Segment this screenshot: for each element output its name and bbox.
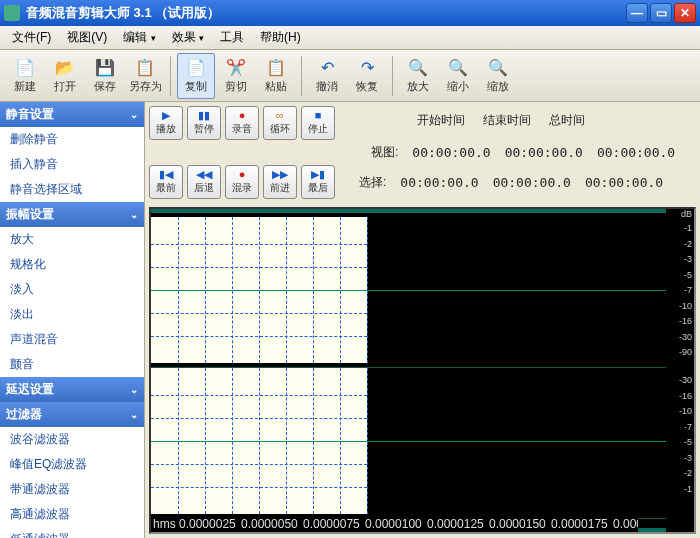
tool-copy[interactable]: 复制 (177, 53, 215, 99)
menu-3[interactable]: 效果 ▾ (164, 26, 212, 49)
time-header-end: 结束时间 (483, 112, 531, 129)
view-total-value: 00:00:00.0 (597, 145, 675, 160)
sidebar-item-1-2[interactable]: 淡入 (0, 277, 144, 302)
time-header-total: 总时间 (549, 112, 585, 129)
tool-zoomfit[interactable]: 缩放 (479, 53, 517, 99)
transport-后退[interactable]: ◀◀后退 (187, 165, 221, 199)
chevron-icon: ⌄ (130, 384, 138, 395)
sidebar-item-0-1[interactable]: 插入静音 (0, 152, 144, 177)
chevron-icon: ⌄ (130, 209, 138, 220)
tool-new[interactable]: 新建 (6, 53, 44, 99)
transport-icon: ▮▮ (198, 110, 210, 121)
transport-前进[interactable]: ▶▶前进 (263, 165, 297, 199)
menu-0[interactable]: 文件(F) (4, 26, 59, 49)
tool-redo[interactable]: 恢复 (348, 53, 386, 99)
sidebar-item-1-0[interactable]: 放大 (0, 227, 144, 252)
tool-paste[interactable]: 粘贴 (257, 53, 295, 99)
transport-循环[interactable]: ∞循环 (263, 106, 297, 140)
transport-最后[interactable]: ▶▮最后 (301, 165, 335, 199)
tool-cut[interactable]: 剪切 (217, 53, 255, 99)
transport-icon: ▶▮ (311, 169, 325, 180)
menu-2[interactable]: 编辑 ▾ (115, 26, 163, 49)
tool-undo[interactable]: 撤消 (308, 53, 346, 99)
transport-混录[interactable]: ●混录 (225, 165, 259, 199)
open-icon (55, 57, 75, 77)
transport-icon: ▶▶ (272, 169, 288, 180)
transport-icon: ■ (315, 110, 322, 121)
tool-zoomin[interactable]: 放大 (399, 53, 437, 99)
timeline-ruler: hms0.00000250.00000500.00000750.00001000… (151, 516, 638, 532)
waveform-area[interactable]: hms0.00000250.00000500.00000750.00001000… (149, 207, 696, 534)
view-start-value: 00:00:00.0 (412, 145, 490, 160)
select-total-value: 00:00:00.0 (585, 175, 663, 190)
minimize-button[interactable]: — (626, 3, 648, 23)
transport-icon: ∞ (276, 110, 284, 121)
content-area: ▶播放▮▮暂停●录音∞循环■停止 开始时间 结束时间 总时间 视图: 00:00… (145, 102, 700, 538)
app-icon (4, 5, 20, 21)
sidebar-item-0-2[interactable]: 静音选择区域 (0, 177, 144, 202)
close-button[interactable]: ✕ (674, 3, 696, 23)
sidebar-item-3-4[interactable]: 低通滤波器 (0, 527, 144, 538)
undo-icon (317, 57, 337, 77)
sidebar-section-3[interactable]: 过滤器⌄ (0, 402, 144, 427)
transport-暂停[interactable]: ▮▮暂停 (187, 106, 221, 140)
copy-icon (186, 57, 206, 77)
saveas-icon (135, 57, 155, 77)
zoomout-icon (448, 57, 468, 77)
chevron-icon: ⌄ (130, 109, 138, 120)
sidebar-item-3-0[interactable]: 波谷滤波器 (0, 427, 144, 452)
transport-icon: ● (239, 110, 246, 121)
transport-icon: ◀◀ (196, 169, 212, 180)
sidebar-item-1-5[interactable]: 颤音 (0, 352, 144, 377)
select-label: 选择: (359, 174, 386, 191)
effects-sidebar[interactable]: 静音设置⌄删除静音插入静音静音选择区域振幅设置⌄放大规格化淡入淡出声道混音颤音延… (0, 102, 145, 538)
view-end-value: 00:00:00.0 (505, 145, 583, 160)
save-icon (95, 57, 115, 77)
select-end-value: 00:00:00.0 (493, 175, 571, 190)
menu-1[interactable]: 视图(V) (59, 26, 115, 49)
view-label: 视图: (371, 144, 398, 161)
zoomin-icon (408, 57, 428, 77)
sidebar-item-3-1[interactable]: 峰值EQ滤波器 (0, 452, 144, 477)
select-start-value: 00:00:00.0 (400, 175, 478, 190)
sidebar-item-1-1[interactable]: 规格化 (0, 252, 144, 277)
window-titlebar: 音频混音剪辑大师 3.1 （试用版） — ▭ ✕ (0, 0, 700, 26)
tool-saveas[interactable]: 另存为 (126, 53, 164, 99)
tool-save[interactable]: 保存 (86, 53, 124, 99)
time-header-start: 开始时间 (417, 112, 465, 129)
sidebar-item-3-2[interactable]: 带通滤波器 (0, 477, 144, 502)
menu-bar: 文件(F)视图(V)编辑 ▾效果 ▾工具帮助(H) (0, 26, 700, 50)
window-title: 音频混音剪辑大师 3.1 （试用版） (26, 4, 626, 22)
zoomfit-icon (488, 57, 508, 77)
main-toolbar: 新建打开保存另存为复制剪切粘贴撤消恢复放大缩小缩放 (0, 50, 700, 102)
menu-5[interactable]: 帮助(H) (252, 26, 309, 49)
db-scale: dB-1-2-3-5-7-10-16-30-90-30-16-10-7-5-3-… (666, 209, 694, 532)
transport-icon: ▮◀ (159, 169, 173, 180)
sidebar-item-0-0[interactable]: 删除静音 (0, 127, 144, 152)
maximize-button[interactable]: ▭ (650, 3, 672, 23)
sidebar-item-1-3[interactable]: 淡出 (0, 302, 144, 327)
sidebar-section-2[interactable]: 延迟设置⌄ (0, 377, 144, 402)
tool-zoomout[interactable]: 缩小 (439, 53, 477, 99)
sidebar-section-0[interactable]: 静音设置⌄ (0, 102, 144, 127)
menu-4[interactable]: 工具 (212, 26, 252, 49)
sidebar-item-3-3[interactable]: 高通滤波器 (0, 502, 144, 527)
transport-icon: ● (239, 169, 246, 180)
chevron-icon: ⌄ (130, 409, 138, 420)
transport-icon: ▶ (162, 110, 170, 121)
transport-停止[interactable]: ■停止 (301, 106, 335, 140)
new-icon (15, 57, 35, 77)
cut-icon (226, 57, 246, 77)
redo-icon (357, 57, 377, 77)
transport-播放[interactable]: ▶播放 (149, 106, 183, 140)
sidebar-item-1-4[interactable]: 声道混音 (0, 327, 144, 352)
transport-最前[interactable]: ▮◀最前 (149, 165, 183, 199)
tool-open[interactable]: 打开 (46, 53, 84, 99)
sidebar-section-1[interactable]: 振幅设置⌄ (0, 202, 144, 227)
time-panel: 开始时间 结束时间 总时间 (339, 112, 696, 135)
paste-icon (266, 57, 286, 77)
transport-录音[interactable]: ●录音 (225, 106, 259, 140)
